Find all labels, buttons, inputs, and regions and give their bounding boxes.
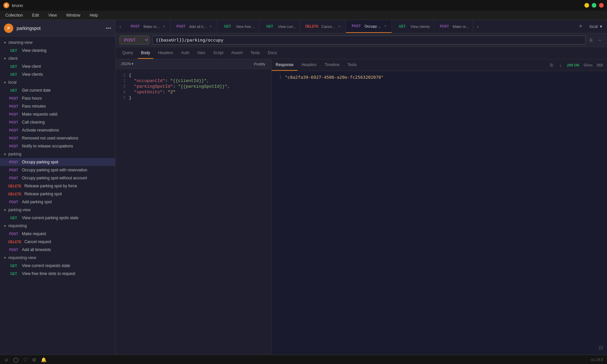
sidebar-item-view-clients[interactable]: GET View clients xyxy=(0,70,115,78)
minimize-button[interactable] xyxy=(584,3,589,8)
sidebar-item-release-parking[interactable]: DELETE Release parking spot xyxy=(0,190,115,198)
sidebar-item-view-client[interactable]: GET View client xyxy=(0,62,115,70)
item-label: Call cleaning xyxy=(22,120,45,125)
item-label: Release parking spot by force xyxy=(24,184,77,188)
code-editor[interactable]: 1 { 2 "occupantId": "{{clientId}}", 3 "p… xyxy=(116,69,271,355)
sidebar-item-view-free-slots[interactable]: GET View free time slots to request xyxy=(0,270,115,278)
sidebar-item-pass-minutes[interactable]: POST Pass minutes xyxy=(0,102,115,110)
smile-icon[interactable]: ☺ xyxy=(4,357,9,362)
sidebar-item-get-date[interactable]: GET Get current date xyxy=(0,86,115,94)
section-header-client[interactable]: ▼ client xyxy=(0,54,115,62)
tab-headers[interactable]: Headers xyxy=(155,47,176,59)
sidebar-item-removed-reservations[interactable]: POST Removed not used reservations xyxy=(0,134,115,142)
circle-icon[interactable]: ◯ xyxy=(13,357,19,362)
section-header-parking-view[interactable]: ▼ parking-view xyxy=(0,206,115,214)
tab-occupy-active[interactable]: POST Occupy ... × xyxy=(346,20,392,33)
tab-make-request-2[interactable]: POST Make re... xyxy=(434,20,473,33)
url-input[interactable] xyxy=(152,36,586,45)
sidebar-item-make-request[interactable]: POST Make request xyxy=(0,230,115,238)
tab-vars[interactable]: Vars xyxy=(194,47,209,59)
tab-close-button[interactable]: × xyxy=(208,24,213,29)
chevron-icon: ▼ xyxy=(3,41,7,45)
section-header-cleaning-view[interactable]: ▼ cleaning-view xyxy=(0,39,115,46)
tab-close-button[interactable]: × xyxy=(162,24,166,29)
send-button[interactable]: → xyxy=(596,36,603,44)
sidebar-item-cancel-request[interactable]: DELETE Cancel request xyxy=(0,238,115,246)
menu-window[interactable]: Window xyxy=(64,12,82,18)
sidebar-item-view-requests-state[interactable]: GET View current requests state xyxy=(0,262,115,270)
sidebar-item-make-requests-valid[interactable]: POST Make requests valid xyxy=(0,110,115,118)
menu-help[interactable]: Help xyxy=(88,12,100,18)
section-header-requesting[interactable]: ▼ requesting xyxy=(0,222,115,230)
section-header-local[interactable]: ▼ local xyxy=(0,78,115,86)
line-number: 3 xyxy=(119,84,126,89)
close-button[interactable] xyxy=(599,3,604,8)
sidebar-menu-button[interactable]: ••• xyxy=(106,25,111,31)
tab-prev-button[interactable]: ‹ xyxy=(116,20,125,33)
method-selector[interactable]: POST GET DELETE PUT xyxy=(120,36,149,45)
tab-view-curr[interactable]: GET View curr... xyxy=(259,20,300,33)
tab-body[interactable]: Body xyxy=(138,47,153,59)
code-content: } xyxy=(129,95,131,100)
section-header-parking[interactable]: ▼ parking xyxy=(0,150,115,158)
app-title: bruno xyxy=(12,3,23,8)
tab-query[interactable]: Query xyxy=(119,47,136,59)
tab-tests[interactable]: Tests xyxy=(247,47,263,59)
tab-auth[interactable]: Auth xyxy=(178,47,193,59)
sidebar-scroll: ▼ cleaning-view GET View cleaning ▼ clie… xyxy=(0,37,115,355)
item-label: Removed not used reservations xyxy=(22,136,78,140)
prettify-button[interactable]: Prettify xyxy=(251,61,268,67)
bell-icon[interactable]: 🔔 xyxy=(41,357,46,362)
sidebar-item-view-parking-spots[interactable]: GET View current parking spots state xyxy=(0,214,115,222)
sidebar-avatar: P xyxy=(4,24,13,33)
titlebar-controls[interactable] xyxy=(584,3,604,8)
tab-cancel[interactable]: DELETE Cance... × xyxy=(300,20,346,33)
sidebar-item-call-cleaning[interactable]: POST Call cleaning xyxy=(0,118,115,126)
tab-close-button[interactable]: × xyxy=(383,24,388,29)
sidebar-item-occupy-with-reservation[interactable]: POST Occupy parking spot with reservatio… xyxy=(0,166,115,174)
tab-close-button[interactable]: × xyxy=(337,24,342,29)
tab-label: View curr... xyxy=(278,25,296,29)
sidebar-item-view-cleaning[interactable]: GET View cleaning xyxy=(0,46,115,54)
tab-assert[interactable]: Assert xyxy=(228,47,246,59)
sidebar-item-add-timeslots[interactable]: POST Add all timeslots xyxy=(0,246,115,254)
code-content: "spotUnits": "2" xyxy=(129,90,175,95)
tab-view-free[interactable]: GET View free ... xyxy=(217,20,259,33)
tab-make-request-1[interactable]: POST Make re... × xyxy=(125,20,171,33)
copy-icon[interactable]: ⎘ xyxy=(588,36,594,44)
sidebar-item-pass-hours[interactable]: POST Pass hours xyxy=(0,94,115,102)
tab-next-button[interactable]: › xyxy=(473,20,482,33)
method-badge-post: POST xyxy=(7,248,20,252)
tab-add-timeslots[interactable]: POST Add all ti... × xyxy=(171,20,217,33)
heart-icon[interactable]: ♡ xyxy=(23,357,28,362)
tab-view-clients[interactable]: GET View clients xyxy=(392,20,434,33)
section-header-requesting-view[interactable]: ▼ requesting-view xyxy=(0,254,115,262)
item-label: Notify to release occupations xyxy=(22,144,73,148)
response-tab-tests[interactable]: Tests xyxy=(343,59,361,71)
filter-icon[interactable]: ⊟ xyxy=(599,344,603,351)
response-tab-response[interactable]: Response xyxy=(272,59,298,71)
menu-collection[interactable]: Collection xyxy=(3,12,25,18)
sidebar-item-add-parking-spot[interactable]: POST Add parking spot xyxy=(0,198,115,206)
tab-script[interactable]: Script xyxy=(210,47,227,59)
menu-view[interactable]: View xyxy=(46,12,59,18)
sidebar-item-occupy-parking-spot[interactable]: POST Occupy parking spot xyxy=(0,158,115,166)
json-format-button[interactable]: JSON ▾ xyxy=(119,61,135,67)
sidebar-header: P parkingspot ••• xyxy=(0,20,115,37)
environment-selector[interactable]: local ▼ xyxy=(585,20,607,33)
search-icon[interactable]: ⊙ xyxy=(32,357,36,362)
response-tab-timeline[interactable]: Timeline xyxy=(320,59,343,71)
method-badge-get: GET xyxy=(7,88,20,93)
download-response-icon[interactable]: ↓ xyxy=(558,61,563,69)
sidebar-item-occupy-without-account[interactable]: POST Occupy parking spot without account xyxy=(0,174,115,182)
sidebar-item-notify-release[interactable]: POST Notify to release occupations xyxy=(0,142,115,150)
sidebar-item-activate-reservations[interactable]: POST Activate reservations xyxy=(0,126,115,134)
copy-response-icon[interactable]: ⎘ xyxy=(549,61,554,69)
tab-add-button[interactable]: + xyxy=(575,20,585,33)
maximize-button[interactable] xyxy=(592,3,596,8)
tab-docs[interactable]: Docs xyxy=(265,47,280,59)
response-tab-headers[interactable]: Headers xyxy=(298,59,320,71)
menu-edit[interactable]: Edit xyxy=(30,12,41,18)
sidebar-item-release-by-force[interactable]: DELETE Release parking spot by force xyxy=(0,182,115,190)
item-label: Occupy parking spot with reservation xyxy=(22,168,87,172)
